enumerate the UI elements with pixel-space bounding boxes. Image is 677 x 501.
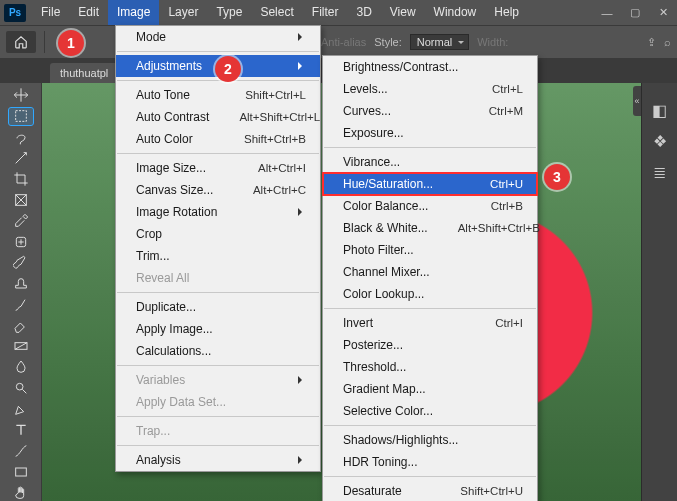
image-menu-analysis[interactable]: Analysis (116, 449, 320, 471)
adjust-menu-shadows-highlights[interactable]: Shadows/Highlights... (323, 429, 537, 451)
menu-file[interactable]: File (32, 0, 69, 25)
image-menu-image-rotation[interactable]: Image Rotation (116, 201, 320, 223)
image-menu-crop[interactable]: Crop (116, 223, 320, 245)
rect-tool[interactable] (9, 463, 33, 480)
menu-image[interactable]: Image (108, 0, 159, 25)
image-menu-apply-image[interactable]: Apply Image... (116, 318, 320, 340)
crop-tool[interactable] (9, 171, 33, 188)
menu-item-label: Posterize... (343, 337, 523, 353)
adjust-menu-curves[interactable]: Curves...Ctrl+M (323, 100, 537, 122)
adjust-menu-color-balance[interactable]: Color Balance...Ctrl+B (323, 195, 537, 217)
menu-item-label: Selective Color... (343, 403, 523, 419)
marquee-tool[interactable] (9, 108, 33, 125)
adjust-menu-black-white[interactable]: Black & White...Alt+Shift+Ctrl+B (323, 217, 537, 239)
adjust-menu-hdr-toning[interactable]: HDR Toning... (323, 451, 537, 473)
menu-item-label: Auto Tone (136, 87, 245, 103)
style-label: Style: (374, 36, 402, 48)
image-menu-image-size[interactable]: Image Size...Alt+Ctrl+I (116, 157, 320, 179)
lasso-tool[interactable] (9, 129, 33, 146)
adjust-menu-threshold[interactable]: Threshold... (323, 356, 537, 378)
adjust-menu-color-lookup[interactable]: Color Lookup... (323, 283, 537, 305)
adjust-menu-invert[interactable]: InvertCtrl+I (323, 312, 537, 334)
heal-tool[interactable] (9, 233, 33, 250)
adjust-menu-gradient-map[interactable]: Gradient Map... (323, 378, 537, 400)
blur-tool[interactable] (9, 359, 33, 376)
menu-item-label: Calculations... (136, 343, 306, 359)
menu-item-shortcut: Shift+Ctrl+B (244, 131, 306, 147)
menu-item-label: Image Size... (136, 160, 258, 176)
window-controls: — ▢ ✕ (593, 0, 677, 25)
menu-item-label: Threshold... (343, 359, 523, 375)
menu-edit[interactable]: Edit (69, 0, 108, 25)
pen-tool[interactable] (9, 401, 33, 418)
style-select[interactable]: Normal (410, 34, 469, 50)
image-menu-mode[interactable]: Mode (116, 26, 320, 48)
menu-item-shortcut: Alt+Ctrl+I (258, 160, 306, 176)
menu-item-shortcut: Ctrl+L (492, 81, 523, 97)
adjust-menu-exposure[interactable]: Exposure... (323, 122, 537, 144)
menu-view[interactable]: View (381, 0, 425, 25)
menu-3d[interactable]: 3D (347, 0, 380, 25)
menu-item-label: Photo Filter... (343, 242, 523, 258)
adjust-menu-brightness-contrast[interactable]: Brightness/Contrast... (323, 56, 537, 78)
brush-tool[interactable] (9, 254, 33, 271)
menu-item-label: Trim... (136, 248, 306, 264)
menu-filter[interactable]: Filter (303, 0, 348, 25)
image-menu-calculations[interactable]: Calculations... (116, 340, 320, 362)
eyedropper-tool[interactable] (9, 212, 33, 229)
menu-help[interactable]: Help (485, 0, 528, 25)
minimize-button[interactable]: — (593, 0, 621, 25)
type-tool[interactable] (9, 422, 33, 439)
adjust-menu-vibrance[interactable]: Vibrance... (323, 151, 537, 173)
hand-tool[interactable] (9, 484, 33, 501)
panel-layers-icon[interactable]: ❖ (653, 132, 667, 151)
adjust-menu-desaturate[interactable]: DesaturateShift+Ctrl+U (323, 480, 537, 501)
frame-tool[interactable] (9, 192, 33, 209)
annotation-1: 1 (58, 30, 84, 56)
menu-item-shortcut: Ctrl+I (495, 315, 523, 331)
menu-item-label: Adjustments (136, 58, 290, 74)
wand-tool[interactable] (9, 150, 33, 167)
maximize-button[interactable]: ▢ (621, 0, 649, 25)
panel-properties-icon[interactable]: ◧ (652, 101, 667, 120)
dodge-tool[interactable] (9, 380, 33, 397)
menu-layer[interactable]: Layer (159, 0, 207, 25)
menu-type[interactable]: Type (207, 0, 251, 25)
stamp-tool[interactable] (9, 275, 33, 292)
image-menu-auto-color[interactable]: Auto ColorShift+Ctrl+B (116, 128, 320, 150)
adjust-menu-channel-mixer[interactable]: Channel Mixer... (323, 261, 537, 283)
menu-item-label: Trap... (136, 423, 306, 439)
menu-select[interactable]: Select (251, 0, 302, 25)
image-menu-auto-contrast[interactable]: Auto ContrastAlt+Shift+Ctrl+L (116, 106, 320, 128)
menu-window[interactable]: Window (425, 0, 486, 25)
image-menu-auto-tone[interactable]: Auto ToneShift+Ctrl+L (116, 84, 320, 106)
adjust-menu-selective-color[interactable]: Selective Color... (323, 400, 537, 422)
panel-expand-icon[interactable]: « (633, 86, 641, 116)
menu-item-label: Desaturate (343, 483, 460, 499)
close-button[interactable]: ✕ (649, 0, 677, 25)
image-menu-duplicate[interactable]: Duplicate... (116, 296, 320, 318)
history-tool[interactable] (9, 296, 33, 313)
adjust-menu-levels[interactable]: Levels...Ctrl+L (323, 78, 537, 100)
move-tool[interactable] (9, 87, 33, 104)
image-menu-canvas-size[interactable]: Canvas Size...Alt+Ctrl+C (116, 179, 320, 201)
annotation-2: 2 (215, 56, 241, 82)
home-icon[interactable] (6, 31, 36, 53)
adjust-menu-hue-saturation[interactable]: Hue/Saturation...Ctrl+U (323, 173, 537, 195)
search-icon[interactable]: ⌕ (664, 36, 671, 49)
eraser-tool[interactable] (9, 317, 33, 334)
gradient-tool[interactable] (9, 338, 33, 355)
menu-item-label: Canvas Size... (136, 182, 253, 198)
panel-channels-icon[interactable]: ≣ (653, 163, 666, 182)
adjust-menu-photo-filter[interactable]: Photo Filter... (323, 239, 537, 261)
share-icon[interactable]: ⇪ (647, 36, 656, 49)
document-tab[interactable]: thuthuatpl (50, 63, 118, 83)
menu-image: ModeAdjustmentsAuto ToneShift+Ctrl+LAuto… (115, 25, 321, 472)
svg-rect-5 (15, 468, 26, 476)
image-menu-trim[interactable]: Trim... (116, 245, 320, 267)
menu-item-label: Apply Image... (136, 321, 306, 337)
path-tool[interactable] (9, 442, 33, 459)
adjust-menu-posterize[interactable]: Posterize... (323, 334, 537, 356)
menu-item-label: Crop (136, 226, 306, 242)
menu-item-label: Analysis (136, 452, 290, 468)
